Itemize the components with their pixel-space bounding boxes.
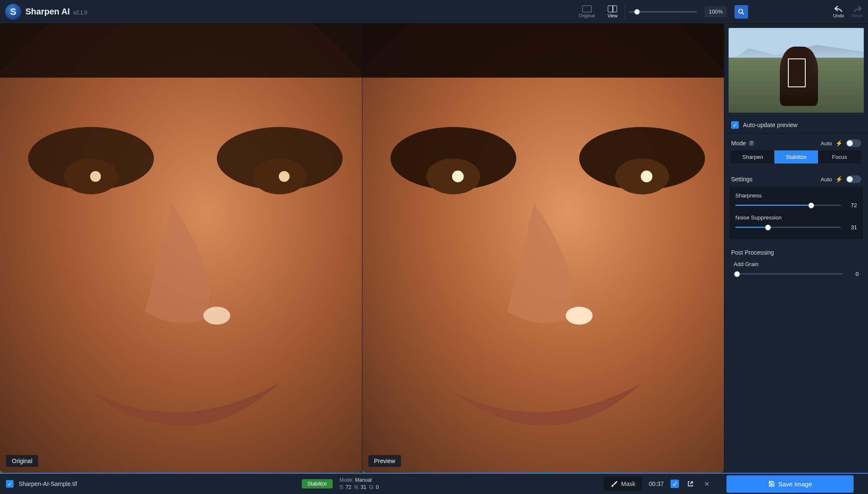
undo-label: Undo: [833, 13, 844, 18]
save-icon: [768, 480, 775, 487]
navigator-viewport[interactable]: [788, 58, 805, 87]
auto-update-checkbox[interactable]: ✓: [731, 121, 739, 129]
undo-button[interactable]: Undo: [833, 6, 844, 18]
svg-point-19: [640, 171, 652, 183]
divider: [624, 4, 625, 19]
navigator-thumbnail[interactable]: [729, 28, 864, 113]
bolt-icon: ⚡: [835, 176, 843, 183]
original-view-button[interactable]: Original: [576, 4, 598, 20]
confirm-button[interactable]: ✓: [670, 480, 679, 488]
sharpness-slider[interactable]: [735, 205, 841, 206]
help-icon[interactable]: ?: [748, 140, 754, 146]
mode-badge: Stabilize: [302, 479, 333, 488]
close-button[interactable]: ✕: [702, 479, 711, 488]
grain-label: Add Grain: [734, 261, 859, 267]
original-image: [0, 24, 362, 473]
noise-value: 31: [846, 224, 857, 230]
mode-header: Mode ? Auto ⚡: [724, 133, 868, 150]
save-label: Save Image: [778, 480, 812, 488]
app-logo-icon: S: [5, 4, 21, 20]
mode-auto-label: Auto: [821, 140, 832, 147]
preview-image: [362, 24, 724, 473]
canvas-area: Original Preview: [0, 24, 724, 473]
svg-rect-21: [362, 24, 724, 78]
redo-label: Redo: [852, 13, 863, 18]
settings-auto-toggle[interactable]: [846, 175, 861, 183]
mode-auto-toggle[interactable]: [846, 139, 861, 147]
save-image-button[interactable]: Save Image: [726, 475, 854, 493]
sharpness-knob[interactable]: [808, 203, 814, 208]
original-pane[interactable]: Original: [0, 24, 362, 473]
grain-slider[interactable]: [734, 273, 843, 275]
original-label: Original: [6, 455, 38, 467]
top-bar: S Sharpen AI v2.1.0 Original View 100% U…: [0, 0, 868, 24]
mask-button[interactable]: Mask: [604, 477, 642, 491]
undo-icon: [834, 6, 843, 12]
zoom-controls: 100%: [629, 5, 748, 19]
noise-label: Noise Suppression: [735, 214, 857, 221]
preview-label: Preview: [368, 455, 401, 467]
auto-update-row: ✓ Auto-update preview: [724, 117, 868, 133]
grain-value: 0: [848, 271, 859, 277]
mode-focus[interactable]: Focus: [818, 150, 861, 164]
file-checkbox[interactable]: ✓: [6, 480, 14, 488]
svg-line-1: [742, 13, 744, 14]
split-view-button[interactable]: View: [605, 4, 620, 20]
mode-label: Mode: [731, 140, 746, 147]
svg-point-9: [279, 171, 289, 182]
zoom-slider[interactable]: [629, 11, 697, 13]
open-external-button[interactable]: [686, 479, 695, 488]
app-logo-title: S Sharpen AI v2.1.0: [5, 4, 87, 20]
svg-point-8: [90, 171, 101, 182]
timer: 00:37: [649, 480, 664, 487]
zoom-slider-knob[interactable]: [634, 9, 640, 15]
navigator: [724, 24, 868, 117]
grain-knob[interactable]: [734, 271, 740, 277]
settings-panel: ✓ Auto-update preview Mode ? Auto ⚡ Shar…: [724, 24, 868, 473]
mode-sharpen[interactable]: Sharpen: [731, 150, 774, 164]
sharpness-label: Sharpness: [735, 192, 857, 199]
file-name[interactable]: Sharpen-AI-Sample.tif: [19, 480, 77, 487]
undo-redo-group: Undo Redo: [833, 6, 863, 18]
brush-icon: [610, 480, 618, 488]
original-view-label: Original: [579, 13, 595, 18]
magnifier-icon: [738, 8, 745, 15]
svg-point-20: [565, 307, 593, 325]
bottom-bar: ✓ Sharpen-AI-Sample.tif Stabilize Mode: …: [0, 473, 868, 494]
settings-label: Settings: [731, 176, 753, 183]
mode-stabilize[interactable]: Stabilize: [774, 150, 818, 164]
mask-label: Mask: [621, 480, 635, 487]
noise-slider[interactable]: [735, 227, 841, 228]
app-version: v2.1.0: [73, 10, 87, 16]
redo-button[interactable]: Redo: [852, 6, 863, 18]
settings-header: Settings Auto ⚡: [724, 169, 868, 186]
svg-rect-11: [0, 24, 362, 78]
auto-update-label: Auto-update preview: [743, 122, 797, 128]
sharpness-value: 72: [846, 202, 857, 208]
single-view-icon: [582, 6, 592, 12]
view-mode-group: Original View: [576, 4, 620, 20]
svg-point-10: [203, 307, 231, 325]
post-processing-label: Post Processing: [724, 246, 868, 261]
split-view-icon: [608, 6, 617, 12]
settings-sliders: Sharpness 72 Noise Suppression 31: [729, 186, 863, 239]
zoom-percentage[interactable]: 100%: [704, 6, 727, 17]
preview-pane[interactable]: Preview: [362, 24, 724, 473]
zoom-fit-button[interactable]: [734, 5, 748, 19]
split-view-label: View: [608, 13, 618, 18]
settings-auto-label: Auto: [821, 176, 832, 183]
bolt-icon: ⚡: [835, 140, 843, 147]
redo-icon: [853, 6, 862, 12]
mode-segment: Sharpen Stabilize Focus: [731, 150, 861, 164]
external-link-icon: [687, 480, 694, 487]
noise-knob[interactable]: [765, 225, 771, 230]
file-select: ✓ Sharpen-AI-Sample.tif: [6, 480, 77, 488]
app-title: Sharpen AI: [25, 7, 70, 16]
svg-point-0: [739, 9, 743, 13]
main-area: Original Preview: [0, 24, 868, 473]
svg-point-18: [452, 171, 464, 183]
mode-info: Mode: Manual S: 72 N: 31 G: 0: [339, 477, 379, 491]
